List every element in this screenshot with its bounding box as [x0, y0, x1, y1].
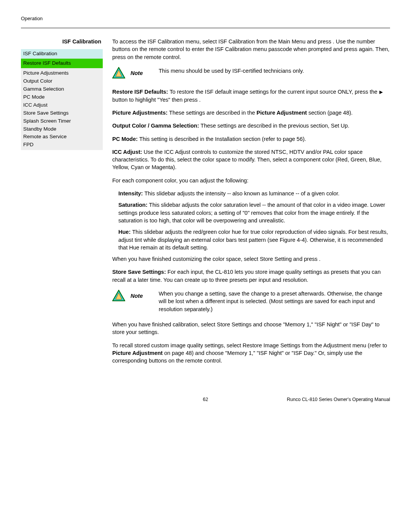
section-label: Operation	[21, 16, 43, 21]
play-right-icon	[379, 89, 383, 95]
menu-item: Output Color	[23, 77, 100, 85]
finished-cal-paragraph: When you have finished calibration, sele…	[112, 321, 390, 336]
text: These settings are described in the	[169, 110, 256, 116]
note-block: Note When you change a setting, save the…	[112, 290, 390, 313]
text: This setting is described in the Install…	[139, 136, 306, 142]
text: section (page 48).	[308, 110, 352, 116]
output-paragraph: Output Color / Gamma Selection: These se…	[112, 122, 390, 129]
menu-item: Store Save Settings	[23, 109, 100, 117]
sidebar: ISF Calibration ISF Calibration Restore …	[21, 38, 103, 370]
text: on the remote control.	[127, 54, 181, 60]
recall-paragraph: To recall stored custom image quality se…	[112, 342, 390, 365]
note-label: Note	[131, 67, 153, 77]
label: Store Save Settings:	[112, 269, 167, 275]
store-save-paragraph: Store Save Settings: For each input, the…	[112, 268, 390, 284]
pcmode-paragraph: PC Mode: This setting is described in th…	[112, 135, 390, 143]
menu-item: FPD	[23, 141, 100, 149]
intro-paragraph: To access the ISF Calibration menu, sele…	[112, 38, 390, 61]
page-header: Operation	[21, 15, 390, 28]
page-number: 62	[203, 396, 208, 403]
svg-marker-2	[379, 91, 383, 94]
note-block: Note This menu should be used by ISF-cer…	[112, 67, 390, 80]
label: Picture Adjustments:	[112, 110, 169, 116]
label: PC Mode:	[112, 136, 139, 142]
menu-item: Gamma Selection	[23, 85, 100, 93]
bold-ref: Picture Adjustment	[112, 350, 162, 356]
menu-header: ISF Calibration	[21, 49, 103, 59]
label: Intensity:	[118, 190, 144, 197]
menu-item: Splash Screen Timer	[23, 117, 100, 125]
warning-triangle-icon	[112, 290, 125, 303]
text: This slidebar adjusts the red/green colo…	[118, 229, 388, 251]
sidebar-title: ISF Calibration	[21, 38, 103, 45]
label: Hue:	[118, 229, 132, 235]
text: Use the ICC Adjust controls to customize…	[112, 149, 382, 171]
finished-color-paragraph: When you have finished customizing the c…	[112, 255, 390, 263]
note-label: Note	[131, 290, 153, 300]
bold-ref: Picture Adjustment	[256, 110, 307, 116]
manual-title: Runco CL-810 Series Owner's Operating Ma…	[287, 396, 390, 403]
restore-paragraph: Restore ISF Defaults: To restore the ISF…	[112, 88, 390, 104]
note-text: This menu should be used by ISF-certifie…	[159, 67, 390, 75]
menu-item: ICC Adjust	[23, 101, 100, 109]
icc-paragraph: ICC Adjust: Use the ICC Adjust controls …	[112, 148, 390, 171]
menu-active-item: Restore ISF Defaults	[21, 59, 103, 68]
label: Output Color / Gamma Selection:	[112, 123, 201, 129]
text: These settings are described in the prev…	[201, 123, 349, 129]
menu-item: Picture Adjustments	[23, 69, 100, 77]
menu-box: ISF Calibration Restore ISF Defaults Pic…	[21, 49, 103, 150]
label: Saturation:	[118, 202, 149, 208]
intensity-paragraph: Intensity: This slidebar adjusts the int…	[118, 190, 390, 197]
page-footer: 62 Runco CL-810 Series Owner's Operating…	[21, 396, 390, 404]
menu-item: Remote as Service	[23, 133, 100, 141]
warning-triangle-icon	[112, 67, 125, 80]
main-content: To access the ISF Calibration menu, sele…	[112, 38, 390, 370]
note-text: When you change a setting, save the chan…	[159, 290, 390, 313]
picture-adj-paragraph: Picture Adjustments: These settings are …	[112, 109, 390, 117]
text: To recall stored custom image quality se…	[112, 342, 387, 348]
label: Restore ISF Defaults:	[112, 89, 170, 95]
label: ICC Adjust:	[112, 149, 143, 155]
menu-item: Standby Mode	[23, 125, 100, 133]
text: When you have finished customizing the c…	[112, 256, 319, 262]
hue-paragraph: Hue: This slidebar adjusts the red/green…	[118, 228, 390, 251]
menu-item: PC Mode	[23, 93, 100, 101]
text: button to highlight "Yes" then press	[112, 97, 199, 103]
text: This slidebar adjusts the color saturati…	[118, 202, 385, 224]
text: To restore the ISF default image setting…	[170, 89, 379, 95]
text: To access the ISF Calibration menu, sele…	[112, 38, 333, 45]
saturation-paragraph: Saturation: This slidebar adjusts the co…	[118, 201, 390, 224]
text: This slidebar adjusts the intensity -- a…	[144, 190, 339, 197]
each-comp: For each component color, you can adjust…	[112, 177, 390, 184]
